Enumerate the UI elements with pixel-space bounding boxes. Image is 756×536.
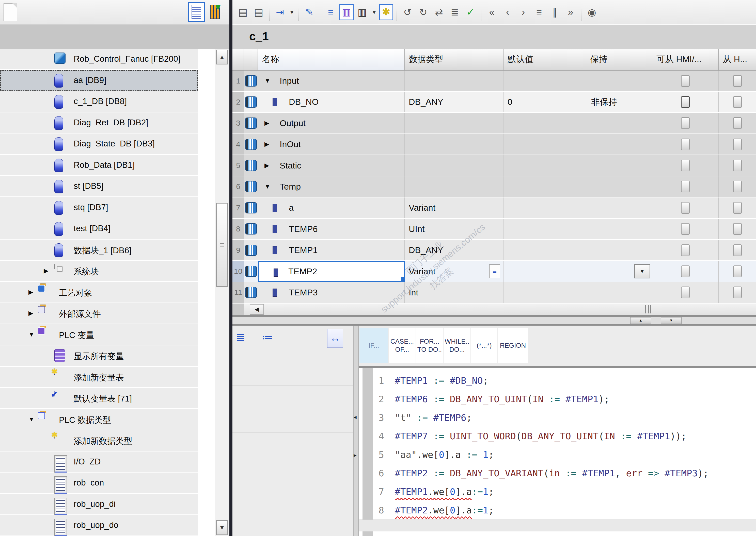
- tree-item-system-blocks[interactable]: ▶ 系统块: [0, 261, 198, 281]
- sync-values-icon[interactable]: ⇄: [432, 4, 446, 20]
- name-cell[interactable]: a: [258, 197, 405, 218]
- datatype-cell[interactable]: UInt: [405, 219, 503, 239]
- code-line[interactable]: 1#TEMP1 := #DB_NO;: [359, 371, 756, 390]
- column-header-hmi-writable[interactable]: 从 H...: [719, 49, 756, 70]
- datatype-cell[interactable]: [405, 71, 503, 91]
- datatype-cell[interactable]: Variant≡: [405, 261, 503, 282]
- collapse-up-button[interactable]: ▲: [630, 317, 651, 324]
- name-cell[interactable]: TEMP6: [258, 219, 405, 239]
- name-cell[interactable]: ▶Static: [258, 155, 405, 176]
- code-line[interactable]: 5"aa".we[0].a := 1;: [359, 445, 756, 464]
- tree-item-io-zd[interactable]: I/O_ZD: [0, 452, 198, 472]
- table-row[interactable]: 5 ▶Static: [233, 155, 756, 176]
- tree-item-c1-db[interactable]: c_1_DB [DB8]: [0, 91, 198, 112]
- open-table-view-button[interactable]: ▼: [207, 2, 224, 22]
- table-row[interactable]: 1 ▼Input: [233, 71, 756, 91]
- code-line[interactable]: 6#TEMP2 := DB_ANY_TO_VARIANT(in := #TEMP…: [359, 464, 756, 483]
- tree-item-plc-tags[interactable]: ▼ PLC 变量: [0, 324, 198, 345]
- snippet-if-button[interactable]: IF...: [359, 328, 388, 363]
- tree-item-aa-db9[interactable]: aa [DB9]: [0, 70, 198, 91]
- column-header-default[interactable]: 默认值: [503, 49, 586, 70]
- column-header-retain[interactable]: 保持: [586, 49, 652, 70]
- name-cell[interactable]: TEMP3: [258, 282, 405, 303]
- name-cell[interactable]: ▼Temp: [258, 176, 405, 197]
- hmi-accessible-checkbox[interactable]: [681, 96, 690, 108]
- collapse-right-arrow-icon[interactable]: ▶: [354, 453, 357, 457]
- collapse-left-arrow-icon[interactable]: ◀: [354, 415, 357, 419]
- tree-item-st[interactable]: st [DB5]: [0, 176, 198, 196]
- code-line[interactable]: 2#TEMP6 := DB_ANY_TO_UINT(IN := #TEMP1);: [359, 390, 756, 408]
- hmi-writable-checkbox[interactable]: [733, 117, 742, 129]
- keep-actual-values-icon[interactable]: ⇥: [273, 4, 287, 20]
- table-row[interactable]: 6 ▼Temp: [233, 176, 756, 197]
- code-horizontal-scrollbar[interactable]: [359, 519, 756, 531]
- tree-item-datablock-1[interactable]: 数据块_1 [DB6]: [0, 240, 198, 260]
- expander-icon[interactable]: ▼: [265, 183, 270, 190]
- retain-cell[interactable]: [586, 176, 652, 197]
- retain-cell[interactable]: [586, 219, 652, 239]
- retain-cell[interactable]: [586, 282, 652, 303]
- retain-cell[interactable]: [586, 155, 652, 176]
- snapshot-values-icon[interactable]: ▥: [355, 4, 369, 20]
- scroll-down-button[interactable]: ▼: [216, 520, 228, 535]
- column-header-datatype[interactable]: 数据类型: [405, 49, 503, 70]
- default-cell[interactable]: [503, 197, 586, 218]
- column-header-name[interactable]: 名称: [258, 49, 405, 70]
- table-horizontal-scrollbar[interactable]: ◀: [233, 304, 756, 315]
- hmi-writable-checkbox[interactable]: [733, 202, 742, 214]
- snippet-case-button[interactable]: CASE... OF...: [389, 328, 415, 363]
- retain-cell[interactable]: [586, 71, 652, 91]
- expander-icon[interactable]: ▼: [28, 331, 35, 338]
- hmi-writable-checkbox[interactable]: [733, 96, 742, 108]
- table-row[interactable]: 4 ▶InOut: [233, 134, 756, 154]
- datatype-cell[interactable]: DB_ANY: [405, 240, 503, 260]
- default-cell[interactable]: [503, 113, 586, 133]
- expander-icon[interactable]: ▼: [28, 416, 35, 423]
- retain-cell[interactable]: [586, 240, 652, 260]
- hmi-writable-checkbox[interactable]: [733, 139, 742, 150]
- redo-values-icon[interactable]: ↻: [416, 4, 430, 20]
- code-line[interactable]: 4#TEMP7 := UINT_TO_WORD(DB_ANY_TO_UINT(I…: [359, 427, 756, 445]
- table-row[interactable]: 9 TEMP1 DB_ANY: [233, 240, 756, 260]
- watch-selected-icon[interactable]: ✱: [379, 4, 393, 20]
- default-cell[interactable]: [503, 240, 586, 260]
- panel-splitter[interactable]: [230, 0, 233, 536]
- scrollbar-thumb[interactable]: ≡: [216, 203, 228, 287]
- hmi-writable-checkbox[interactable]: [733, 244, 742, 256]
- expander-icon[interactable]: ▶: [44, 267, 48, 274]
- expand-members-icon[interactable]: ≡: [324, 4, 338, 20]
- find-references-icon[interactable]: ◉: [585, 4, 599, 20]
- retain-cell[interactable]: [586, 197, 652, 218]
- hmi-writable-checkbox[interactable]: [733, 223, 742, 235]
- code-line[interactable]: 3"t" := #TEMP6;: [359, 408, 756, 427]
- hmi-accessible-checkbox[interactable]: [681, 181, 690, 192]
- table-row-selected[interactable]: 10 TEMP2 Variant≡ ▼: [233, 261, 756, 282]
- default-cell[interactable]: [503, 134, 586, 154]
- name-cell[interactable]: ▼Input: [258, 71, 405, 91]
- hmi-accessible-checkbox[interactable]: [681, 75, 690, 87]
- table-row[interactable]: 8 TEMP6 UInt: [233, 219, 756, 239]
- compile-check-icon[interactable]: ✓: [463, 4, 478, 20]
- scroll-left-button[interactable]: ◀: [250, 304, 264, 315]
- table-row[interactable]: 11 TEMP3 Int: [233, 282, 756, 303]
- tree-item-show-all-tags[interactable]: 显示所有变量: [0, 346, 198, 366]
- hmi-accessible-checkbox[interactable]: [681, 202, 690, 214]
- hmi-writable-checkbox[interactable]: [733, 160, 742, 171]
- default-cell[interactable]: [503, 176, 586, 197]
- retain-cell[interactable]: 非保持: [586, 92, 652, 112]
- tree-item-add-data-type[interactable]: 添加新数据类型: [0, 430, 198, 451]
- hmi-writable-checkbox[interactable]: [733, 181, 742, 192]
- hmi-accessible-checkbox[interactable]: [681, 265, 690, 277]
- undo-values-icon[interactable]: ↺: [400, 4, 414, 20]
- retain-cell[interactable]: [586, 134, 652, 154]
- outline-indent-icon[interactable]: ≔: [262, 331, 273, 344]
- datatype-cell[interactable]: Int: [405, 282, 503, 303]
- datatype-browse-button[interactable]: ≡: [489, 264, 500, 278]
- datatype-cell[interactable]: [405, 155, 503, 176]
- name-cell[interactable]: ▶Output: [258, 113, 405, 133]
- tree-item-diag-state-db[interactable]: Diag_State_DB [DB3]: [0, 133, 198, 154]
- update-interface-icon[interactable]: ✎: [302, 4, 316, 20]
- tree-item-rob-data[interactable]: Rob_Data [DB1]: [0, 155, 198, 175]
- scrollbar-grip[interactable]: [645, 305, 652, 314]
- hmi-accessible-checkbox[interactable]: [681, 223, 690, 235]
